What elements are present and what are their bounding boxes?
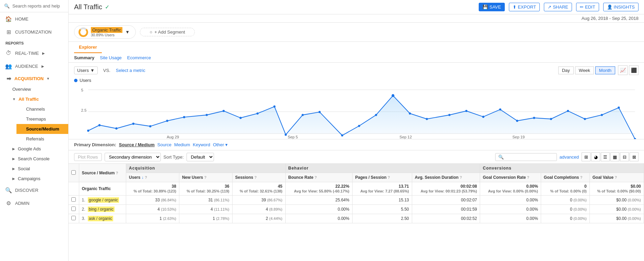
subtab-siteusage[interactable]: Site Usage: [100, 55, 122, 60]
sidebar-item-campaigns[interactable]: ▶ Campaigns: [3, 174, 68, 184]
insights-button[interactable]: 👤 INSIGHTS: [603, 3, 639, 11]
time-btn-month[interactable]: Month: [595, 66, 615, 74]
select-all-checkbox[interactable]: [71, 170, 76, 175]
table-view-pie[interactable]: ◕: [591, 152, 600, 161]
table-row: 2. bing / organic 4 (10.53%) 4 (11.11%) …: [69, 205, 644, 214]
sidebar-item-audience[interactable]: 👥 AUDIENCE ▶: [0, 60, 68, 73]
th-users[interactable]: Users ↓ ?: [126, 173, 179, 182]
subtab-summary[interactable]: Summary: [74, 55, 94, 60]
add-segment-button[interactable]: ○ + Add Segment: [140, 28, 195, 36]
advanced-link[interactable]: advanced: [560, 154, 579, 160]
row2-sessions: 4 (8.89%): [232, 205, 285, 214]
svg-point-13: [223, 110, 225, 112]
dim-source-medium[interactable]: Source / Medium: [119, 142, 155, 147]
sidebar-item-admin[interactable]: ⚙ ADMIN: [0, 197, 68, 210]
organic-segment[interactable]: Organic Traffic 30.89% Users ▼: [74, 25, 136, 39]
new-users-info-icon[interactable]: ?: [204, 175, 207, 179]
sidebar-item-alltraffic[interactable]: ▼ All Traffic: [3, 94, 68, 104]
secondary-dimension-dropdown[interactable]: Secondary dimension: [105, 153, 161, 161]
line-chart-svg: 5 2.5: [74, 84, 639, 139]
table-search-input[interactable]: [506, 154, 554, 160]
row2-duration: 00:01:59: [412, 205, 480, 214]
goal-comp-info-icon[interactable]: ?: [580, 175, 583, 179]
sidebar-item-channels[interactable]: Channels: [16, 104, 68, 114]
svg-point-27: [465, 110, 467, 112]
th-sessions[interactable]: Sessions ?: [232, 173, 285, 182]
sidebar-item-social[interactable]: ▶ Social: [3, 164, 68, 174]
row3-source-highlight: ask / organic: [88, 216, 113, 221]
discover-icon: 🔍: [5, 187, 12, 193]
sidebar-item-searchconsole[interactable]: ▶ Search Console: [3, 154, 68, 164]
sidebar-item-treemaps[interactable]: Treemaps: [16, 114, 68, 124]
edit-button[interactable]: ✏ EDIT: [576, 3, 599, 11]
th-pages-session[interactable]: Pages / Session ?: [352, 173, 412, 182]
source-medium-info-icon[interactable]: ?: [116, 171, 118, 175]
table-view-grid[interactable]: ⊞: [582, 152, 591, 161]
svg-point-31: [533, 117, 535, 119]
th-goal-value[interactable]: Goal Value ?: [589, 173, 644, 182]
share-icon: ↗: [548, 4, 551, 10]
row3-checkbox-cell[interactable]: [69, 214, 79, 223]
row2-checkbox-cell[interactable]: [69, 205, 79, 214]
sidebar-item-acquisition[interactable]: ➡ ACQUISITION ▼: [0, 73, 68, 84]
row2-checkbox[interactable]: [71, 207, 76, 211]
dim-source[interactable]: Source: [157, 142, 171, 147]
table-view-pivot[interactable]: ⊟: [620, 152, 629, 161]
export-button[interactable]: ⬆ EXPORT: [509, 3, 540, 11]
svg-point-17: [285, 134, 287, 136]
sidebar-item-sourcemedium[interactable]: Source/Medium: [16, 124, 68, 134]
select-metric[interactable]: Select a metric: [116, 68, 145, 73]
table-search-box[interactable]: 🔍: [495, 153, 557, 161]
bounce-info-icon[interactable]: ?: [314, 175, 317, 179]
alltraffic-chevron: ▼: [12, 97, 16, 101]
search-bar[interactable]: 🔍 Search reports and help: [0, 0, 68, 12]
explorer-tabs: Explorer: [74, 42, 639, 53]
row1-num: 1.: [82, 198, 85, 202]
time-btn-week[interactable]: Week: [575, 66, 594, 74]
sort-type-dropdown[interactable]: Default: [187, 153, 214, 161]
row1-checkbox-cell[interactable]: [69, 196, 79, 205]
th-goal-completions[interactable]: Goal Completions ?: [541, 173, 589, 182]
sidebar-item-overview[interactable]: Overview: [3, 84, 68, 94]
table-view-bar[interactable]: ▦: [610, 152, 619, 161]
edit-icon: ✏: [580, 4, 584, 10]
pages-info-icon[interactable]: ?: [387, 175, 390, 179]
th-goal-conv-rate[interactable]: Goal Conversion Rate ?: [480, 173, 541, 182]
users-info-icon[interactable]: ?: [145, 175, 147, 179]
sidebar-item-referrals[interactable]: Referrals: [16, 134, 68, 144]
dim-keyword[interactable]: Keyword: [193, 142, 210, 147]
dim-other-dropdown[interactable]: Other ▾: [213, 142, 228, 147]
table-view-table[interactable]: ☰: [601, 152, 610, 161]
date-range[interactable]: Aug 26, 2018 - Sep 25, 2018: [69, 14, 644, 23]
sidebar-item-realtime[interactable]: ⏱ REAL-TIME ▶: [0, 47, 68, 60]
save-button[interactable]: 💾 SAVE: [479, 3, 505, 11]
subtab-ecommerce[interactable]: Ecommerce: [127, 55, 151, 60]
share-button[interactable]: ↗ SHARE: [544, 3, 572, 11]
sidebar-item-home[interactable]: 🏠 HOME: [0, 12, 68, 25]
sessions-info-icon[interactable]: ?: [254, 175, 257, 179]
sidebar-item-customization[interactable]: ⊞ CUSTOMIZATION: [0, 25, 68, 38]
th-new-users[interactable]: New Users ?: [179, 173, 232, 182]
th-bounce-rate[interactable]: Bounce Rate ?: [285, 173, 352, 182]
plot-rows-button[interactable]: Plot Rows: [74, 153, 102, 161]
acquisition-icon: ➡: [5, 75, 12, 82]
row1-checkbox[interactable]: [71, 197, 76, 202]
table-view-custom[interactable]: ⊠: [630, 152, 639, 161]
acquisition-label: ACQUISITION: [14, 76, 44, 81]
row3-checkbox[interactable]: [71, 216, 76, 220]
th-checkbox[interactable]: [69, 164, 79, 182]
tab-explorer[interactable]: Explorer: [74, 42, 102, 53]
metric-dropdown[interactable]: Users ▼: [74, 66, 98, 74]
duration-info-icon[interactable]: ?: [460, 175, 462, 179]
sidebar-item-googleads[interactable]: ▶ Google Ads: [3, 144, 68, 154]
th-source-medium[interactable]: Source / Medium ?: [79, 164, 126, 182]
sidebar-item-discover[interactable]: 🔍 DISCOVER: [0, 184, 68, 197]
bar-chart-btn[interactable]: ⬛: [629, 65, 639, 75]
dim-medium[interactable]: Medium: [174, 142, 190, 147]
goal-conv-info-icon[interactable]: ?: [527, 175, 529, 179]
searchconsole-chevron: ▶: [12, 157, 15, 161]
th-avg-duration[interactable]: Avg. Session Duration ?: [412, 173, 480, 182]
goal-value-info-icon[interactable]: ?: [615, 175, 617, 179]
time-btn-day[interactable]: Day: [558, 66, 574, 74]
line-chart-btn[interactable]: 📈: [618, 65, 628, 75]
